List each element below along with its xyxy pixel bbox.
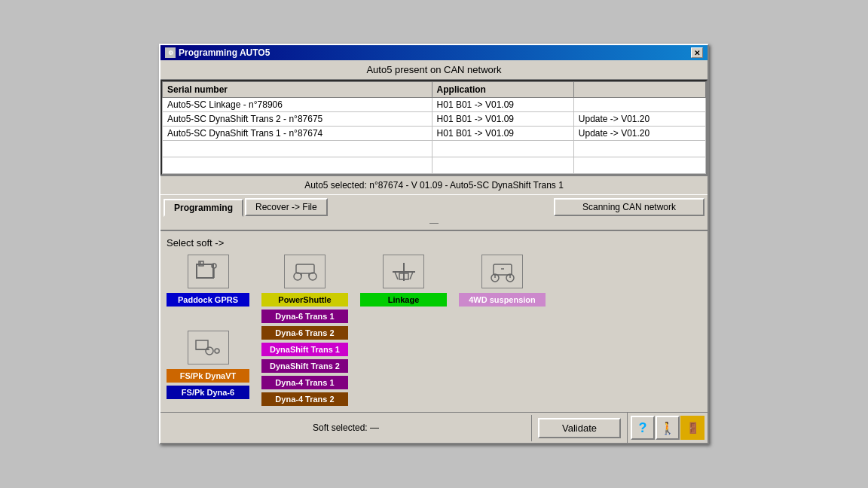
fspk-dyna6-button[interactable]: FS/Pk Dyna-6 [167, 386, 249, 399]
can-table-container: Serial number Application Auto5-SC Linka… [160, 80, 708, 175]
row3-app: H01 B01 -> V01.09 [432, 127, 573, 141]
title-bar-left: ⚙ Programming AUTO5 [165, 47, 270, 58]
main-window: ⚙ Programming AUTO5 ✕ Auto5 present on C… [159, 44, 709, 444]
table-row[interactable]: Auto5-SC DynaShift Trans 1 - n°87674 H01… [163, 127, 706, 141]
svg-rect-11 [296, 264, 314, 273]
app-icon: ⚙ [165, 47, 176, 58]
soft-selected-text: Soft selected: — [165, 422, 527, 433]
validate-section: Soft selected: — [160, 418, 531, 438]
person-icon: 🚶 [660, 421, 675, 435]
4wd-icon [481, 255, 523, 288]
tabs-row: Programming Recover -> File Scanning CAN… [160, 194, 708, 216]
row1-app: H01 B01 -> V01.09 [432, 98, 573, 112]
dyna6-trans2-button[interactable]: Dyna-6 Trans 2 [261, 326, 348, 340]
row3-status: Update -> V01.20 [573, 127, 705, 141]
svg-line-17 [395, 272, 398, 279]
select-soft-label: Select soft -> [167, 237, 701, 249]
main-content: Select soft -> Paddock GPRS [160, 230, 708, 412]
dyna6-trans1-button[interactable]: Dyna-6 Trans 1 [261, 310, 348, 323]
exit-icon-box[interactable]: 🚪 [680, 416, 704, 440]
col-paddock: Paddock GPRS FS/Pk DynaVT FS/Pk Dyna-6 [167, 255, 249, 399]
svg-rect-5 [196, 340, 208, 349]
col-application: Application [432, 82, 573, 98]
row2-app: H01 B01 -> V01.09 [432, 112, 573, 127]
dyna4-trans1-button[interactable]: Dyna-4 Trans 1 [261, 376, 348, 389]
svg-line-18 [410, 272, 413, 279]
row1-status [573, 98, 705, 112]
svg-point-6 [206, 347, 213, 355]
selected-info: Auto5 selected: n°87674 - V 01.09 - Auto… [160, 175, 708, 194]
help-button[interactable]: ? [631, 416, 655, 440]
table-empty-row [163, 141, 706, 157]
col-linkage: Linkage [360, 255, 447, 307]
col-serial: Serial number [163, 82, 432, 98]
separator: — [160, 216, 708, 230]
col-status [573, 82, 705, 98]
powershuttle-button[interactable]: PowerShuttle [261, 293, 348, 307]
dynashift-trans2-button[interactable]: DynaShift Trans 2 [261, 359, 348, 373]
validate-button[interactable]: Validate [538, 418, 621, 438]
exit-icon: 🚪 [686, 422, 699, 434]
bottom-icons-section: ? 🚶 🚪 [627, 413, 708, 443]
col-4wd: 4WD suspension [459, 255, 546, 307]
help-icon: ? [639, 420, 647, 436]
table-empty-row2 [163, 157, 706, 174]
title-bar: ⚙ Programming AUTO5 ✕ [160, 45, 708, 60]
validate-area: Validate [531, 415, 627, 441]
dynashift-trans1-button[interactable]: DynaShift Trans 1 [261, 343, 348, 356]
close-button[interactable]: ✕ [691, 47, 703, 58]
row2-status: Update -> V01.20 [573, 112, 705, 127]
tab-programming[interactable]: Programming [164, 199, 243, 217]
tab-scanning[interactable]: Scanning CAN network [554, 198, 704, 216]
person-button[interactable]: 🚶 [656, 416, 680, 440]
linkage-button[interactable]: Linkage [360, 293, 447, 307]
validate-row: Soft selected: — Validate ? 🚶 🚪 [160, 412, 708, 443]
table-row[interactable]: Auto5-SC Linkage - n°78906 H01 B01 -> V0… [163, 98, 706, 112]
can-table: Serial number Application Auto5-SC Linka… [162, 81, 706, 174]
row1-serial: Auto5-SC Linkage - n°78906 [163, 98, 432, 112]
col-powershuttle: PowerShuttle Dyna-6 Trans 1 Dyna-6 Trans… [261, 255, 348, 406]
row3-serial: Auto5-SC DynaShift Trans 1 - n°87674 [163, 127, 432, 141]
can-network-header: Auto5 present on CAN network [160, 60, 708, 80]
dyna4-trans2-button[interactable]: Dyna-4 Trans 2 [261, 392, 348, 406]
table-row[interactable]: Auto5-SC DynaShift Trans 2 - n°87675 H01… [163, 112, 706, 127]
soft-grid: Paddock GPRS FS/Pk DynaVT FS/Pk Dyna-6 [167, 255, 701, 406]
svg-rect-21 [494, 264, 512, 275]
svg-point-7 [215, 349, 219, 353]
window-title: Programming AUTO5 [179, 47, 270, 58]
row2-serial: Auto5-SC DynaShift Trans 2 - n°87675 [163, 112, 432, 127]
4wd-suspension-button[interactable]: 4WD suspension [459, 293, 546, 307]
linkage-icon [383, 255, 424, 288]
fspk-dynavt-button[interactable]: FS/Pk DynaVT [167, 369, 249, 383]
transmission-buttons: PowerShuttle Dyna-6 Trans 1 Dyna-6 Trans… [261, 293, 348, 406]
tab-recover-file[interactable]: Recover -> File [245, 198, 328, 216]
powershuttle-icon [284, 255, 326, 288]
fspk-icon [188, 331, 229, 364]
paddock-icon [188, 255, 229, 288]
paddock-gprs-button[interactable]: Paddock GPRS [167, 293, 249, 307]
